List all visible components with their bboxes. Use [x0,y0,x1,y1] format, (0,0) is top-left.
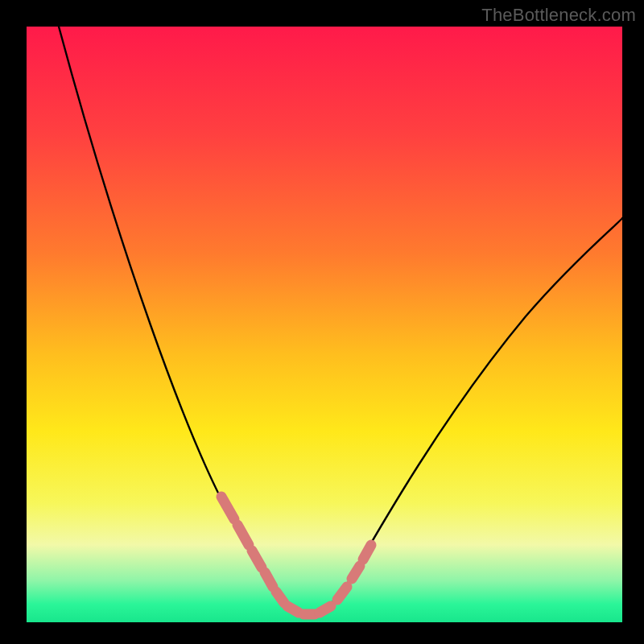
highlight-seg [252,551,262,568]
highlight-seg [352,566,360,579]
highlight-seg [320,606,331,613]
chart-frame: TheBottleneck.com [0,0,644,644]
watermark-text: TheBottleneck.com [481,5,636,26]
curve-layer [27,27,622,622]
highlight-seg [276,592,284,603]
highlight-seg [337,587,347,600]
highlight-seg [221,497,234,519]
bottleneck-curve [59,27,622,614]
plot-area [27,27,622,622]
highlight-seg [265,572,273,587]
highlight-band [221,497,371,614]
highlight-seg [237,525,249,545]
highlight-seg [363,545,371,559]
highlight-seg [287,606,299,613]
